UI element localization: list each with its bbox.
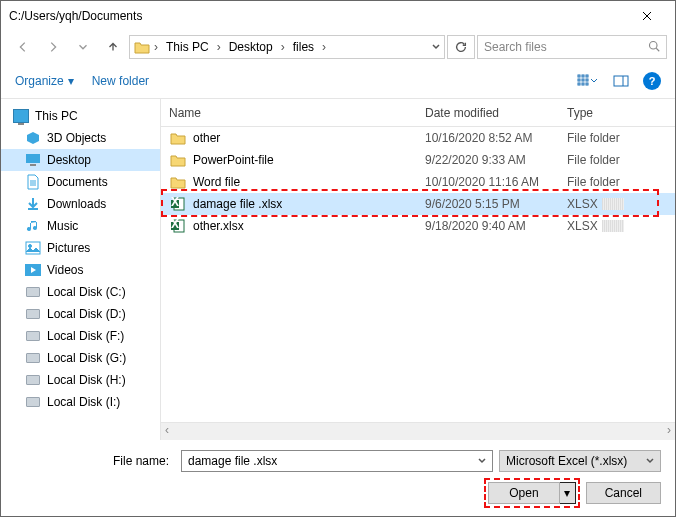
svg-point-0 — [650, 41, 658, 49]
xlsx-icon: X — [169, 196, 187, 212]
back-button[interactable] — [9, 35, 37, 59]
file-date: 9/22/2020 9:33 AM — [425, 153, 567, 167]
horizontal-scrollbar[interactable] — [161, 422, 675, 440]
file-type: File folder — [567, 175, 675, 189]
column-name[interactable]: Name — [169, 106, 425, 120]
window-title: C:/Users/yqh/Documents — [9, 9, 142, 23]
preview-pane-button[interactable] — [609, 71, 633, 91]
tree-item-label: Desktop — [47, 153, 91, 167]
cancel-button[interactable]: Cancel — [586, 482, 661, 504]
file-name: PowerPoint-file — [193, 153, 425, 167]
tree-root-this-pc[interactable]: This PC — [1, 105, 160, 127]
file-date: 10/16/2020 8:52 AM — [425, 131, 567, 145]
svg-rect-12 — [30, 164, 36, 166]
file-open-dialog: C:/Users/yqh/Documents › This PC › Deskt… — [0, 0, 676, 517]
3d-icon — [25, 130, 41, 146]
column-headers[interactable]: Name Date modified Type — [161, 99, 675, 127]
svg-rect-8 — [582, 83, 584, 85]
chevron-down-icon[interactable] — [478, 454, 486, 468]
breadcrumb-seg-desktop[interactable]: Desktop — [225, 40, 277, 54]
breadcrumb-seg-files[interactable]: files — [289, 40, 318, 54]
file-date: 10/10/2020 11:16 AM — [425, 175, 567, 189]
up-button[interactable] — [99, 35, 127, 59]
file-row[interactable]: Xdamage file .xlsx9/6/2020 5:15 PMXLSX — [161, 193, 675, 215]
folder-icon — [169, 174, 187, 190]
breadcrumb-bar[interactable]: › This PC › Desktop › files › — [129, 35, 445, 59]
tree-item[interactable]: Music — [1, 215, 160, 237]
search-input[interactable]: Search files — [477, 35, 667, 59]
file-row[interactable]: Word file10/10/2020 11:16 AMFile folder — [161, 171, 675, 193]
recent-dropdown[interactable] — [69, 35, 97, 59]
chevron-down-icon: ▾ — [68, 74, 74, 88]
column-date[interactable]: Date modified — [425, 106, 567, 120]
tree-item-label: Local Disk (G:) — [47, 351, 126, 365]
svg-rect-4 — [578, 79, 580, 81]
forward-button[interactable] — [39, 35, 67, 59]
tree-item[interactable]: Local Disk (I:) — [1, 391, 160, 413]
disk-icon — [25, 306, 41, 322]
svg-rect-11 — [26, 154, 40, 163]
file-date: 9/18/2020 9:40 AM — [425, 219, 567, 233]
tree-item[interactable]: Videos — [1, 259, 160, 281]
tree-item[interactable]: Local Disk (D:) — [1, 303, 160, 325]
open-button[interactable]: Open ▾ — [488, 482, 575, 504]
breadcrumb-dropdown[interactable] — [432, 40, 440, 54]
navigation-tree[interactable]: This PC 3D ObjectsDesktopDocumentsDownlo… — [1, 99, 161, 440]
tree-item-label: Local Disk (C:) — [47, 285, 126, 299]
disk-icon — [25, 372, 41, 388]
tree-item[interactable]: Documents — [1, 171, 160, 193]
open-dropdown[interactable]: ▾ — [560, 482, 576, 504]
svg-rect-2 — [582, 75, 584, 77]
file-list[interactable]: other10/16/2020 8:52 AMFile folder Power… — [161, 127, 675, 422]
tree-item[interactable]: 3D Objects — [1, 127, 160, 149]
column-type[interactable]: Type — [567, 106, 675, 120]
chevron-down-icon — [646, 454, 654, 468]
tree-item[interactable]: Local Disk (H:) — [1, 369, 160, 391]
nav-bar: › This PC › Desktop › files › Search fil… — [1, 31, 675, 63]
tree-item[interactable]: Local Disk (G:) — [1, 347, 160, 369]
help-button[interactable]: ? — [643, 72, 661, 90]
pics-icon — [25, 240, 41, 256]
dialog-body: This PC 3D ObjectsDesktopDocumentsDownlo… — [1, 99, 675, 440]
file-row[interactable]: PowerPoint-file9/22/2020 9:33 AMFile fol… — [161, 149, 675, 171]
disk-icon — [25, 328, 41, 344]
tree-item[interactable]: Desktop — [1, 149, 160, 171]
svg-rect-1 — [578, 75, 580, 77]
file-name: damage file .xlsx — [193, 197, 425, 211]
close-button[interactable] — [627, 2, 667, 30]
organize-menu[interactable]: Organize ▾ — [15, 74, 74, 88]
breadcrumb-seg-this-pc[interactable]: This PC — [162, 40, 213, 54]
tree-item[interactable]: Local Disk (C:) — [1, 281, 160, 303]
tree-item-label: Music — [47, 219, 78, 233]
tree-item-label: Pictures — [47, 241, 90, 255]
file-row[interactable]: Xother.xlsx9/18/2020 9:40 AMXLSX — [161, 215, 675, 237]
tree-item[interactable]: Pictures — [1, 237, 160, 259]
svg-rect-7 — [578, 83, 580, 85]
tree-item-label: Local Disk (D:) — [47, 307, 126, 321]
dl-icon — [25, 196, 41, 212]
disk-icon — [25, 394, 41, 410]
file-list-pane: Name Date modified Type other10/16/2020 … — [161, 99, 675, 440]
chevron-right-icon: › — [215, 40, 223, 54]
svg-rect-3 — [586, 75, 588, 77]
svg-text:X: X — [171, 197, 179, 209]
file-thumbnail — [602, 220, 624, 232]
folder-icon — [169, 152, 187, 168]
chevron-right-icon: › — [152, 40, 160, 54]
titlebar: C:/Users/yqh/Documents — [1, 1, 675, 31]
new-folder-button[interactable]: New folder — [92, 74, 149, 88]
file-type-filter[interactable]: Microsoft Excel (*.xlsx) — [499, 450, 661, 472]
file-name: other.xlsx — [193, 219, 425, 233]
tree-item-label: Videos — [47, 263, 83, 277]
filename-input[interactable]: damage file .xlsx — [181, 450, 493, 472]
tree-item-label: Downloads — [47, 197, 106, 211]
docs-icon — [25, 174, 41, 190]
tree-item[interactable]: Local Disk (F:) — [1, 325, 160, 347]
tree-item-label: Local Disk (I:) — [47, 395, 120, 409]
refresh-button[interactable] — [447, 35, 475, 59]
file-name: Word file — [193, 175, 425, 189]
tree-item-label: Local Disk (H:) — [47, 373, 126, 387]
file-row[interactable]: other10/16/2020 8:52 AMFile folder — [161, 127, 675, 149]
tree-item[interactable]: Downloads — [1, 193, 160, 215]
view-options-button[interactable] — [575, 71, 599, 91]
